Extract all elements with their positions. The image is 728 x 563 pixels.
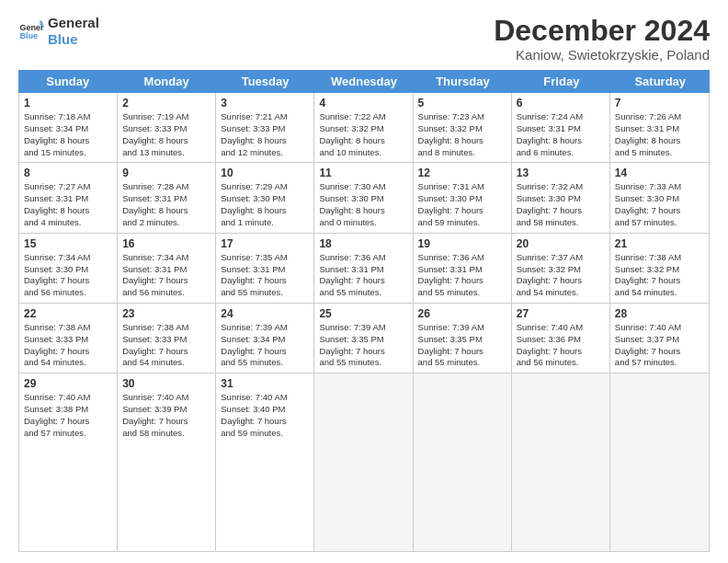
logo-line2: Blue [48, 31, 99, 48]
day-15-sunrise: Sunrise: 7:34 AM [24, 252, 112, 264]
day-3-sunset: Sunset: 3:33 PM [221, 123, 309, 135]
day-30: 30 Sunrise: 7:40 AM Sunset: 3:39 PM Dayl… [118, 373, 216, 551]
day-2-sunrise: Sunrise: 7:19 AM [122, 111, 210, 123]
day-13-daylight: Daylight: 7 hours [517, 205, 605, 217]
day-num-4: 4 [319, 97, 407, 109]
day-17-daylight2: and 55 minutes. [221, 287, 309, 299]
day-27-daylight: Daylight: 7 hours [517, 346, 605, 358]
day-num-3: 3 [221, 97, 309, 109]
header-thursday: Thursday [414, 70, 512, 93]
header-sunday: Sunday [18, 70, 117, 93]
day-22-sunrise: Sunrise: 7:38 AM [24, 322, 112, 334]
day-5-sunrise: Sunrise: 7:23 AM [418, 111, 506, 123]
day-4-sunset: Sunset: 3:32 PM [319, 123, 407, 135]
day-num-25: 25 [319, 307, 407, 320]
day-15-daylight: Daylight: 7 hours [24, 275, 112, 287]
day-17: 17 Sunrise: 7:35 AM Sunset: 3:31 PM Dayl… [216, 234, 314, 303]
day-24-daylight: Daylight: 7 hours [221, 346, 309, 358]
day-17-sunrise: Sunrise: 7:35 AM [221, 252, 309, 264]
day-31: 31 Sunrise: 7:40 AM Sunset: 3:40 PM Dayl… [216, 373, 314, 551]
day-num-20: 20 [517, 237, 605, 250]
logo-line1: General [48, 15, 99, 31]
day-8: 8 Sunrise: 7:27 AM Sunset: 3:31 PM Dayli… [19, 163, 118, 232]
day-14: 14 Sunrise: 7:33 AM Sunset: 3:30 PM Dayl… [610, 163, 709, 232]
day-8-sunrise: Sunrise: 7:27 AM [24, 181, 112, 193]
day-12: 12 Sunrise: 7:31 AM Sunset: 3:30 PM Dayl… [414, 163, 512, 232]
day-15: 15 Sunrise: 7:34 AM Sunset: 3:30 PM Dayl… [19, 234, 118, 303]
day-18-daylight: Daylight: 7 hours [319, 275, 407, 287]
day-num-21: 21 [615, 237, 704, 250]
day-num-16: 16 [122, 237, 210, 250]
day-num-8: 8 [24, 167, 112, 179]
day-13-sunset: Sunset: 3:30 PM [517, 193, 605, 205]
day-29-daylight2: and 57 minutes. [24, 428, 112, 440]
day-4: 4 Sunrise: 7:22 AM Sunset: 3:32 PM Dayli… [314, 93, 413, 162]
day-2-daylight: Daylight: 8 hours [122, 135, 210, 147]
day-num-13: 13 [517, 167, 605, 179]
day-num-26: 26 [418, 307, 506, 320]
day-28: 28 Sunrise: 7:40 AM Sunset: 3:37 PM Dayl… [610, 304, 709, 373]
day-num-18: 18 [319, 237, 407, 250]
header-tuesday: Tuesday [216, 70, 314, 93]
calendar-row-2: 8 Sunrise: 7:27 AM Sunset: 3:31 PM Dayli… [19, 163, 709, 233]
day-19-sunrise: Sunrise: 7:36 AM [418, 252, 506, 264]
day-19-sunset: Sunset: 3:31 PM [418, 264, 506, 276]
day-9-daylight: Daylight: 8 hours [122, 205, 210, 217]
empty-4 [610, 373, 709, 551]
day-15-daylight2: and 56 minutes. [24, 287, 112, 299]
day-27: 27 Sunrise: 7:40 AM Sunset: 3:36 PM Dayl… [512, 304, 610, 373]
day-3-daylight: Daylight: 8 hours [221, 135, 309, 147]
logo-icon: General Blue [18, 18, 44, 44]
calendar-row-5: 29 Sunrise: 7:40 AM Sunset: 3:38 PM Dayl… [19, 373, 709, 551]
day-29-sunset: Sunset: 3:38 PM [24, 404, 112, 416]
day-11: 11 Sunrise: 7:30 AM Sunset: 3:30 PM Dayl… [314, 163, 413, 232]
day-25-daylight2: and 55 minutes. [319, 357, 407, 369]
day-1-daylight2: and 15 minutes. [24, 147, 112, 159]
day-num-24: 24 [221, 307, 309, 320]
day-1-daylight: Daylight: 8 hours [24, 135, 112, 147]
day-26-daylight2: and 55 minutes. [418, 357, 506, 369]
day-21-sunrise: Sunrise: 7:38 AM [615, 252, 704, 264]
day-10-daylight: Daylight: 8 hours [221, 205, 309, 217]
day-21-daylight: Daylight: 7 hours [615, 275, 704, 287]
day-28-sunrise: Sunrise: 7:40 AM [615, 322, 704, 334]
day-num-7: 7 [615, 97, 704, 109]
day-7: 7 Sunrise: 7:26 AM Sunset: 3:31 PM Dayli… [610, 93, 709, 162]
day-4-sunrise: Sunrise: 7:22 AM [319, 111, 407, 123]
day-23-daylight2: and 54 minutes. [122, 357, 210, 369]
day-3-sunrise: Sunrise: 7:21 AM [221, 111, 309, 123]
day-4-daylight: Daylight: 8 hours [319, 135, 407, 147]
day-25-sunrise: Sunrise: 7:39 AM [319, 322, 407, 334]
day-30-daylight: Daylight: 7 hours [122, 416, 210, 428]
header: General Blue General Blue December 2024 … [18, 15, 710, 63]
day-5-sunset: Sunset: 3:32 PM [418, 123, 506, 135]
day-4-daylight2: and 10 minutes. [319, 147, 407, 159]
day-18-sunrise: Sunrise: 7:36 AM [319, 252, 407, 264]
day-23-sunrise: Sunrise: 7:38 AM [122, 322, 210, 334]
day-18-daylight2: and 55 minutes. [319, 287, 407, 299]
day-24: 24 Sunrise: 7:39 AM Sunset: 3:34 PM Dayl… [216, 304, 314, 373]
day-num-6: 6 [517, 97, 605, 109]
day-8-daylight2: and 4 minutes. [24, 217, 112, 229]
page: General Blue General Blue December 2024 … [0, 0, 728, 563]
day-14-sunrise: Sunrise: 7:33 AM [615, 181, 704, 193]
day-7-daylight: Daylight: 8 hours [615, 135, 704, 147]
day-21: 21 Sunrise: 7:38 AM Sunset: 3:32 PM Dayl… [610, 234, 709, 303]
calendar-header: Sunday Monday Tuesday Wednesday Thursday… [18, 70, 710, 93]
day-9-sunset: Sunset: 3:31 PM [122, 193, 210, 205]
subtitle: Kaniow, Swietokrzyskie, Poland [494, 47, 710, 63]
day-22-daylight2: and 54 minutes. [24, 357, 112, 369]
day-29-sunrise: Sunrise: 7:40 AM [24, 392, 112, 404]
day-25-daylight: Daylight: 7 hours [319, 346, 407, 358]
day-23-sunset: Sunset: 3:33 PM [122, 334, 210, 346]
day-1-sunrise: Sunrise: 7:18 AM [24, 111, 112, 123]
day-num-9: 9 [122, 167, 210, 179]
day-14-daylight2: and 57 minutes. [615, 217, 704, 229]
day-26-sunrise: Sunrise: 7:39 AM [418, 322, 506, 334]
day-22: 22 Sunrise: 7:38 AM Sunset: 3:33 PM Dayl… [19, 304, 118, 373]
header-monday: Monday [117, 70, 215, 93]
day-17-sunset: Sunset: 3:31 PM [221, 264, 309, 276]
day-12-daylight2: and 59 minutes. [418, 217, 506, 229]
day-24-sunrise: Sunrise: 7:39 AM [221, 322, 309, 334]
header-wednesday: Wednesday [314, 70, 413, 93]
